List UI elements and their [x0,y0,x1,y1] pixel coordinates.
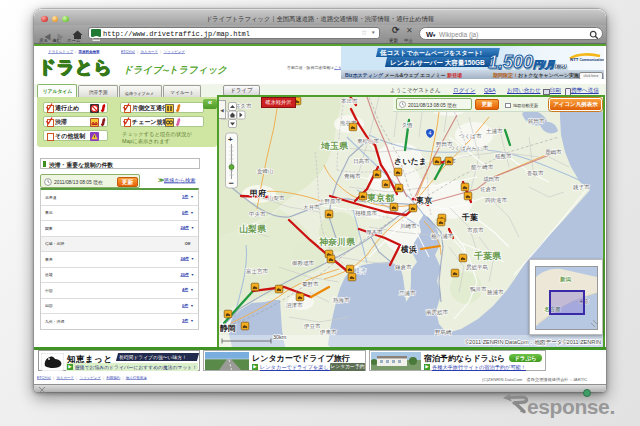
svg-text:相模原市: 相模原市 [355,210,378,216]
svg-text:銚子市: 銚子市 [573,184,590,191]
svg-text:成田市: 成田市 [483,176,500,182]
svg-text:千葉県: 千葉県 [473,251,502,261]
svg-text:野田市: 野田市 [436,141,453,147]
svg-text:©2011 ZENRIN DataCom：地図データ©201: ©2011 ZENRIN DataCom：地図データ©2011 ZENRIN [465,339,601,345]
svg-text:東京: 東京 [415,196,433,205]
svg-text:袖ケ浦市: 袖ケ浦市 [431,233,454,240]
svg-text:中央市: 中央市 [249,211,266,217]
svg-text:伊東市: 伊東市 [319,329,337,335]
svg-text:つくばみらい市: つくばみらい市 [449,145,489,152]
svg-text:御殿場市: 御殿場市 [291,260,315,267]
svg-text:甲府: 甲府 [250,188,266,198]
svg-text:日高市: 日高市 [353,158,370,165]
svg-text:+: + [228,135,233,144]
svg-text:野島崎: 野島崎 [435,329,452,335]
svg-text:稲敷市: 稲敷市 [495,153,512,160]
svg-text:鴨川市: 鴨川市 [470,286,487,292]
svg-text:富士宮市: 富士宮市 [246,268,269,275]
svg-text:esponse.: esponse. [527,395,615,418]
svg-text:つくば市: つくば市 [459,133,482,139]
svg-text:山梨市: 山梨市 [268,195,285,201]
svg-text:神奈川県: 神奈川県 [318,237,356,247]
svg-text:本庄市: 本庄市 [341,98,358,104]
svg-text:横浜: 横浜 [400,245,417,254]
svg-text:新潟: 新潟 [559,276,572,283]
svg-text:久喜: 久喜 [402,122,414,128]
svg-text:佐倉市: 佐倉市 [480,186,497,192]
svg-text:厚木市: 厚木市 [366,229,383,235]
svg-text:伊豆市: 伊豆市 [303,323,321,329]
svg-text:香取市: 香取市 [527,170,544,177]
svg-text:川崎市: 川崎市 [400,223,417,229]
svg-text:山梨県: 山梨県 [239,224,267,234]
svg-text:上野原市: 上野原市 [319,198,342,204]
svg-text:秦野市: 秦野市 [302,281,319,287]
svg-text:静岡: 静岡 [219,324,236,333]
svg-text:鉾田市: 鉾田市 [528,118,545,124]
svg-text:NTT Communications: NTT Communications [570,57,604,62]
svg-text:東松山市: 東松山市 [357,138,380,144]
svg-text:大月市: 大月市 [303,204,320,211]
svg-text:三浦市: 三浦市 [399,290,416,297]
svg-text:佐久市: 佐久市 [235,103,252,109]
svg-text:南房総市: 南房総市 [426,309,449,316]
svg-text:鎌倉市: 鎌倉市 [395,264,412,270]
svg-text:龍ケ崎市: 龍ケ崎市 [471,164,494,170]
svg-text:4: 4 [429,130,432,136]
svg-text:鹿嶋市: 鹿嶋市 [545,149,562,156]
svg-text:勝浦市: 勝浦市 [487,289,504,296]
svg-text:土浦市: 土浦市 [486,128,503,135]
svg-text:30km: 30km [273,334,287,340]
svg-text:四街道市: 四街道市 [485,197,508,204]
svg-text:埼玉県: 埼玉県 [320,141,349,151]
svg-text:金峰山: 金峰山 [257,168,274,174]
svg-text:市原市: 市原市 [467,227,484,233]
svg-text:熱海市: 熱海市 [333,297,350,304]
svg-text:東京都: 東京都 [366,193,395,203]
svg-text:−: − [229,178,234,188]
svg-text:千葉: 千葉 [461,213,478,222]
svg-text:沼津市: 沼津市 [286,302,303,309]
svg-text:房総半島: 房総半島 [466,264,488,271]
svg-text:さいたま: さいたま [394,157,427,166]
svg-text:青梅市: 青梅市 [344,173,361,180]
